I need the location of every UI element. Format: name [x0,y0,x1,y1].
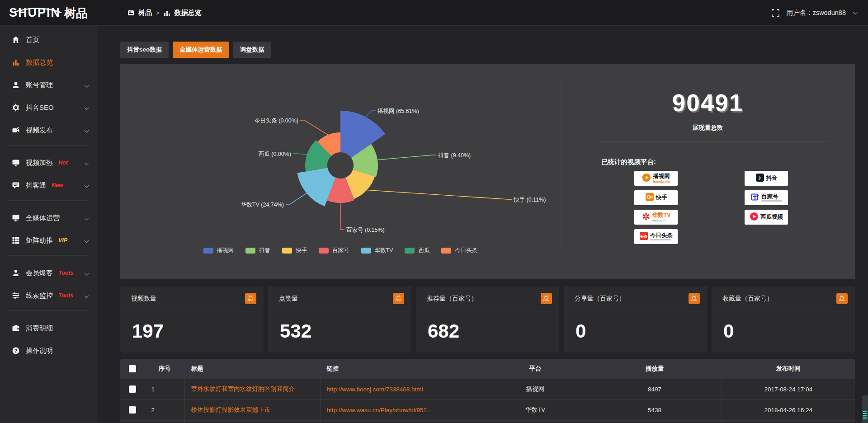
sidebar-item-expense-detail[interactable]: 消费明细 [0,317,97,339]
sidebar-divider [8,145,89,146]
platform-name: 播视网 [653,174,670,179]
stat-card-1: 视频数量总197 [120,286,264,352]
total-badge[interactable]: 总 [393,293,404,304]
chevron-down-icon [85,183,89,188]
cell-title[interactable]: 楼体投影灯投影效果震撼上市 [184,400,320,420]
cell-link[interactable]: http://www.boosj.com/7338468.html [320,379,483,400]
sidebar-item-account-manage[interactable]: 账号管理 [0,74,97,96]
column-header: 链接 [320,359,483,379]
stat-card-value: 0 [712,311,855,342]
legend-item-西瓜[interactable]: 西瓜 [405,247,429,254]
stat-card-label: 视频数量 [131,295,156,303]
wallet-icon [12,324,20,332]
stat-card-value: 197 [120,311,264,342]
platform-sub: wasu.cn [652,219,671,222]
tab-2[interactable]: 全媒体运营数据 [173,42,229,58]
sidebar-item-matrix-boost[interactable]: 矩阵助推VIP [0,229,97,252]
row-checkbox[interactable] [129,406,136,414]
chevron-down-icon [85,128,89,132]
sidebar-item-help[interactable]: ?操作说明 [0,339,97,362]
screen-play-icon [12,159,20,167]
legend-swatch [361,248,371,254]
top-header: SHUPIN 树品 树品 > 数据总览 用户名：zswodun88 [0,0,868,26]
username-value: zswodun88 [813,9,846,16]
cell-plays: 5438 [588,400,722,420]
sidebar-item-clue-monitor[interactable]: 线索监控Tools [0,284,97,307]
row-checkbox[interactable] [129,385,136,393]
platform-badge-text: 华数TVwasu.cn [652,212,671,222]
platform-badge-抖音[interactable]: ♪♪抖音 [745,171,788,186]
toutiao-logo: 头条 [639,231,648,242]
platform-badge-text: 抖音 [766,175,778,181]
chevron-down-icon [85,160,89,165]
cell-empty [320,420,483,423]
stat-card-value: 0 [564,311,707,342]
platform-badge-快手[interactable]: 快手 [634,190,678,205]
legend-label: 今日头条 [455,247,477,254]
legend-label: 快手 [296,247,307,254]
total-badge[interactable]: 总 [689,293,700,304]
platform-badge-百家号[interactable]: 百家号 [745,190,788,205]
table-row: 2楼体投影灯投影效果震撼上市http://www.wasu.cn/Play/sh… [120,400,855,420]
wasu-logo [642,212,651,223]
sidebar-item-member-baoke[interactable]: 会员爆客Tools [0,262,97,284]
platform-grid: 播视网boosj.com♪♪抖音快手百家号华数TVwasu.cn西瓜视频头条今日… [634,171,788,244]
legend-item-华数TV[interactable]: 华数TV [361,247,393,254]
legend-item-今日头条[interactable]: 今日头条 [441,247,477,254]
main-content: 抖音seo数据全媒体运营数据询盘数据 播视网 (65.61%)抖音 (9.40%… [97,0,868,423]
svg-text:♪: ♪ [758,174,761,181]
platform-name: 百家号 [761,194,782,200]
platform-badge-播视网[interactable]: 播视网boosj.com [634,171,678,186]
legend-item-播视网[interactable]: 播视网 [203,247,234,254]
chevron-down-icon[interactable] [853,10,858,14]
total-badge[interactable]: 总 [541,293,552,304]
pie-label-西瓜: 西瓜 (0.00%) [259,151,291,157]
stat-cards-row: 视频数量总197点赞量总532推荐量（百家号）总682分享量（百家号）总0收藏量… [120,286,855,352]
sidebar-divider [8,310,89,311]
sidebar-item-douketong[interactable]: 抖客通New [0,174,97,197]
sidebar-item-label: 视频发布 [26,126,53,135]
platform-name: 快手 [656,195,667,201]
sidebar-item-media-operation[interactable]: 全媒体运营 [0,207,97,229]
legend-item-百家号[interactable]: 百家号 [319,247,349,254]
sidebar-item-home[interactable]: 首页 [0,28,97,51]
platform-name: 华数TV [652,212,671,218]
stat-card-5: 收藏量（百家号）总0 [712,286,855,352]
pie-label-百家号: 百家号 (0.15%) [346,227,385,233]
monitor-icon [12,214,20,222]
cell-index: 2 [145,400,184,420]
floating-side-widget[interactable] [862,395,868,423]
chart-icon [12,58,20,66]
legend-swatch [245,248,255,254]
stat-card-3: 推荐量（百家号）总682 [416,286,559,352]
legend-item-快手[interactable]: 快手 [282,247,307,254]
sidebar-item-douyin-seo[interactable]: 抖音SEO [0,96,97,119]
cell-link[interactable]: http://www.wasu.cn/Play/show/id/952... [320,400,483,420]
platform-name: 西瓜视频 [760,214,783,220]
tab-1[interactable]: 抖音seo数据 [120,42,169,58]
cell-title[interactable]: 室外水纹灯和室内水纹灯的区别和简介 [184,379,320,400]
cell-time: 2018-04-26 16:24 [722,400,855,420]
sidebar-item-video-publish[interactable]: 视频发布 [0,119,97,141]
platform-badge-今日头条[interactable]: 头条今日头条 [634,229,678,244]
sidebar-item-data-overview[interactable]: 数据总览 [0,51,97,74]
platform-badge-华数TV[interactable]: 华数TVwasu.cn [634,210,678,225]
breadcrumb-item[interactable]: 树品 [138,9,152,17]
platforms-title: 已统计的视频平台: [601,158,656,166]
fullscreen-icon[interactable] [772,9,779,17]
tab-3[interactable]: 询盘数据 [233,42,271,58]
sidebar-item-label: 账号管理 [26,81,53,89]
total-badge[interactable]: 总 [836,293,848,304]
total-badge[interactable]: 总 [245,293,256,304]
select-all-checkbox[interactable] [129,365,136,372]
breadcrumb-current[interactable]: 数据总览 [175,9,202,17]
sidebar-item-label: 矩阵助推 [26,236,53,245]
chevron-down-icon [85,105,89,110]
legend-item-抖音[interactable]: 抖音 [245,247,270,254]
platform-badge-西瓜视频[interactable]: 西瓜视频 [745,210,788,225]
stat-card-header: 分享量（百家号）总 [564,286,707,311]
cell-plays: 8497 [588,379,722,400]
sidebar-item-video-heat[interactable]: 视频加热Hot [0,151,97,174]
username-text[interactable]: 用户名：zswodun88 [787,9,846,17]
table-row: 1室外水纹灯和室内水纹灯的区别和简介http://www.boosj.com/7… [120,379,855,400]
